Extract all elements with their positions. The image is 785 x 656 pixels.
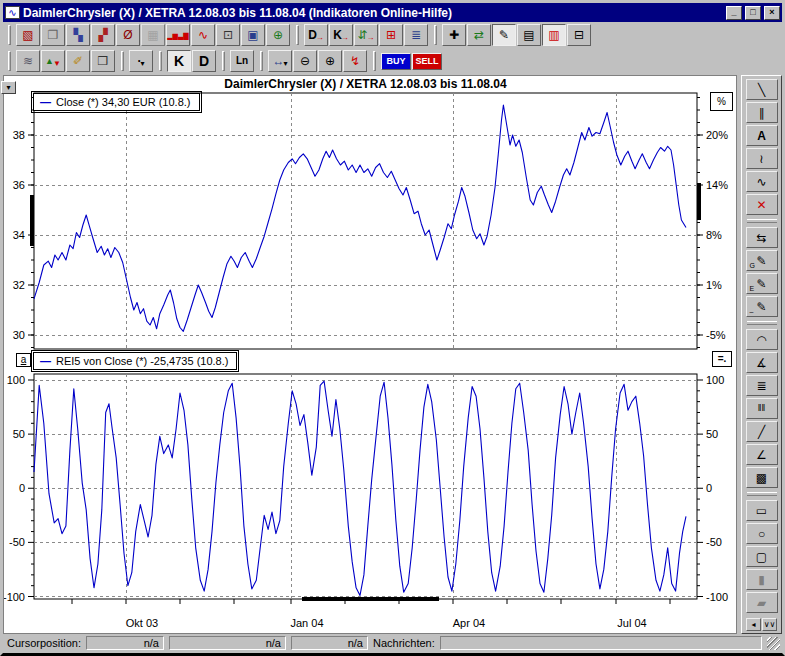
fibonacci-arcs-tool[interactable]: ◠ [746, 329, 778, 350]
sidebar-divider [747, 492, 777, 496]
k-chart-button-accent: → [341, 34, 349, 42]
price-plot-area[interactable] [34, 93, 697, 349]
scroll-end-icon-glyph: ↯ [350, 55, 360, 67]
fan-lines-tool[interactable]: ∡ [746, 352, 778, 373]
wave-tool[interactable]: ∿ [746, 171, 778, 192]
k-chart-button[interactable]: K→ [329, 24, 353, 46]
toolbar-row-1: ▧❐▚▞Ø▦▂▆▃▇∿⊡▣⊕D→K→⇵→⊞≣✚⇄✎▤▥⊟ [3, 22, 782, 48]
vertical-lines-tool[interactable]: ‖‖ [746, 398, 778, 419]
toolbar-grip[interactable] [434, 25, 437, 45]
presentation-icon[interactable]: ⊡ [216, 24, 240, 46]
parallel-lines-tool[interactable]: ∥ [746, 102, 778, 123]
toolbar-grip[interactable] [121, 51, 124, 71]
scroll-end-icon[interactable]: ↯ [343, 50, 367, 72]
candlestick-button[interactable]: K [167, 50, 191, 72]
toolbar-grip[interactable] [260, 51, 263, 71]
toolbar-grip[interactable] [8, 25, 11, 45]
presentation-icon-glyph: ⊡ [223, 29, 233, 41]
d-chart-button[interactable]: D→ [304, 24, 328, 46]
grid-rows-tool-glyph: ≣ [756, 380, 766, 392]
toolbar-grip[interactable] [8, 51, 11, 71]
sidebar-scroll-down[interactable]: ∨∨ [762, 618, 777, 631]
signals-icon[interactable]: ⇵→ [354, 24, 378, 46]
toolbar-grip[interactable] [159, 51, 162, 71]
d-chart-button-accent: → [316, 34, 324, 42]
filled-rounded-rect-tool[interactable]: ▰ [746, 592, 778, 613]
line-chart-icon[interactable]: ∿ [191, 24, 215, 46]
ellipse-tool[interactable]: ○ [746, 523, 778, 544]
tile-windows-icon[interactable]: ▚ [66, 24, 90, 46]
collapse-pane-button[interactable]: ▾ [1, 81, 16, 94]
rectangle-tool[interactable]: ▭ [746, 500, 778, 521]
toolbar-grip[interactable] [296, 25, 299, 45]
crosshair-icon[interactable]: ✚ [442, 24, 466, 46]
trend-triangles-icon[interactable]: ▲▼ [41, 50, 65, 72]
zigzag-analysis-icon[interactable]: ≋ [16, 50, 40, 72]
histogram-icon[interactable]: ▂▆▃▇ [166, 24, 190, 46]
filled-rect-tool[interactable]: ▮ [746, 569, 778, 590]
freehand-tool[interactable]: ≀ [746, 148, 778, 169]
percent-scale-button[interactable]: % [710, 92, 733, 111]
cursor-value-field: n/a [291, 636, 368, 650]
draw-mode-icon[interactable]: ✎ [492, 24, 516, 46]
zigzag-analysis-icon-glyph: ≋ [23, 55, 33, 67]
close-button[interactable]: × [764, 6, 780, 20]
properties-icon-glyph: ❒ [98, 55, 109, 67]
shift-arrows-icon[interactable]: ⇄ [467, 24, 491, 46]
main-area: 3820%3614%348%321%30-5%100100505000-50-5… [3, 75, 782, 634]
sidebar-scroll-left[interactable]: ◂ [746, 618, 761, 631]
layout-icon[interactable]: ⊟ [567, 24, 591, 46]
new-chart-icon[interactable]: ▧ [16, 24, 40, 46]
draw-pencil-g-tool-glyph: ✎ [756, 255, 766, 267]
sell-button-glyph: SELL [415, 57, 438, 66]
arrange-windows-icon[interactable]: ▞ [91, 24, 115, 46]
sell-button[interactable]: SELL [412, 53, 442, 70]
new-analysis-icon[interactable]: ⊕ [266, 24, 290, 46]
delete-drawing-tool[interactable]: ✕ [746, 194, 778, 215]
properties-icon[interactable]: ❒ [91, 50, 115, 72]
grid-rows-tool[interactable]: ≣ [746, 375, 778, 396]
auto-scale-button[interactable]: a [16, 353, 31, 367]
ln-scale-button[interactable]: Ln [230, 50, 254, 72]
toolbar-grip[interactable] [222, 51, 225, 71]
copy-pages-icon[interactable]: ❐ [41, 24, 65, 46]
draw-pencil-t-tool[interactable]: ✎– [746, 296, 778, 317]
toolbar-group: ▧❐▚▞Ø▦▂▆▃▇∿⊡▣⊕ [16, 24, 290, 46]
toolbar-grip[interactable] [373, 51, 376, 71]
zoom-in-icon[interactable]: ⊕ [318, 50, 342, 72]
sidebar-divider [747, 219, 777, 223]
rei5-plot-area[interactable] [34, 374, 697, 599]
bar-chart-button[interactable]: D [192, 50, 216, 72]
legend-list-icon[interactable]: ▥ [542, 24, 566, 46]
rei5-ytick-label: -100 [4, 591, 25, 603]
lasso-icon[interactable]: Ø [116, 24, 140, 46]
levels-icon[interactable]: ≣ [404, 24, 428, 46]
zoom-in-icon-glyph: ⊕ [325, 55, 335, 67]
rounded-rect-tool[interactable]: ▢ [746, 546, 778, 567]
line-style-button[interactable]: ·▾ [129, 50, 153, 72]
trendline-tool[interactable]: ╲ [746, 79, 778, 100]
axis-format-button[interactable]: =. [712, 351, 732, 367]
report-icon[interactable]: ▤ [517, 24, 541, 46]
parallel-lines-tool-glyph: ∥ [759, 107, 765, 119]
speed-lines-tool[interactable]: ∠ [746, 444, 778, 465]
cascade-windows-icon[interactable]: ▣ [241, 24, 265, 46]
resize-grip[interactable] [767, 637, 780, 650]
news-label: Nachrichten: [373, 637, 435, 649]
crosshatch-tool[interactable]: ▩ [746, 467, 778, 488]
minimize-button[interactable]: _ [726, 6, 742, 20]
maximize-button[interactable]: □ [745, 6, 761, 20]
zoom-out-icon[interactable]: ⊖ [293, 50, 317, 72]
text-tool[interactable]: A [746, 125, 778, 146]
highlight-pen-icon[interactable]: ✐ [66, 50, 90, 72]
support-resistance-tool[interactable]: ⇆ [746, 227, 778, 248]
minimize-icon: _ [731, 8, 736, 17]
draw-pencil-g-tool[interactable]: ✎G [746, 250, 778, 271]
draw-pencil-e-tool[interactable]: ✎E [746, 273, 778, 294]
right-axis-marker [697, 183, 701, 220]
buy-button[interactable]: BUY [381, 53, 411, 70]
period-button[interactable]: ↔▾ [268, 50, 292, 72]
diagonal-line-tool[interactable]: ╱ [746, 421, 778, 442]
matrix-chart-icon[interactable]: ⊞ [379, 24, 403, 46]
rounded-rect-tool-glyph: ▢ [756, 551, 767, 563]
